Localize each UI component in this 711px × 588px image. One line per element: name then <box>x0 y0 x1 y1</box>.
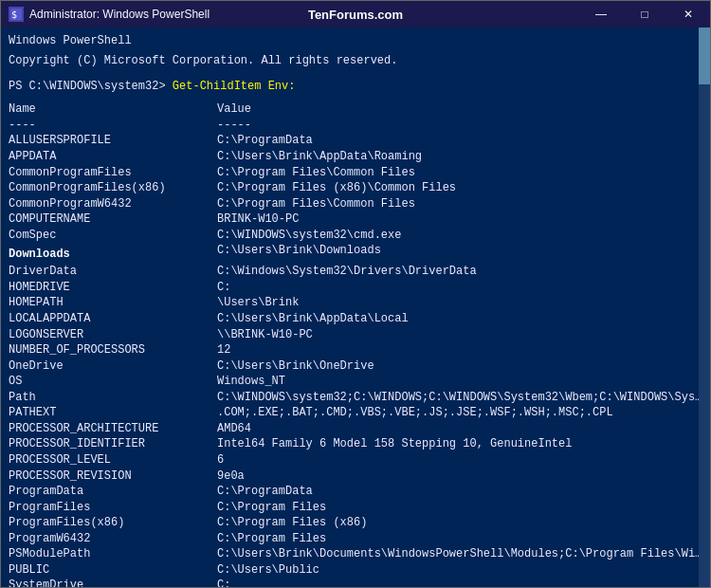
env-row-name: PROCESSOR_ARCHITECTURE <box>9 421 217 437</box>
table-row: CommonProgramFiles(x86)C:\Program Files … <box>9 180 702 196</box>
env-row-name: CommonProgramFiles <box>9 165 217 181</box>
terminal-content: Windows PowerShell Copyright (C) Microso… <box>1 28 710 587</box>
env-row-name: NUMBER_OF_PROCESSORS <box>9 342 217 358</box>
table-row: HOMEPATH\Users\Brink <box>9 295 702 311</box>
env-row-value: .COM;.EXE;.BAT;.CMD;.VBS;.VBE;.JS;.JSE;.… <box>217 405 702 421</box>
table-row: ALLUSERSPROFILEC:\ProgramData <box>9 133 702 149</box>
env-row-name: HOMEPATH <box>9 295 217 311</box>
env-row-value: Windows_NT <box>217 374 702 390</box>
env-row-value: C:\Program Files (x86) <box>217 515 702 531</box>
env-row-name: ProgramFiles(x86) <box>9 515 217 531</box>
table-row: PATHEXT.COM;.EXE;.BAT;.CMD;.VBS;.VBE;.JS… <box>9 405 702 421</box>
table-row: PROCESSOR_ARCHITECTUREAMD64 <box>9 421 702 437</box>
table-row: ProgramW6432C:\Program Files <box>9 531 702 547</box>
env-row-name: PSModulePath <box>9 546 217 562</box>
table-row: NUMBER_OF_PROCESSORS12 <box>9 342 702 358</box>
col-name-header: Name <box>9 101 217 118</box>
powershell-window: $ Administrator: Windows PowerShell TenF… <box>0 0 711 588</box>
ps-command-line: PS C:\WINDOWS\system32> Get-ChildItem En… <box>9 79 702 95</box>
env-header-row: Name Value <box>9 101 702 118</box>
table-row: HOMEDRIVEC: <box>9 280 702 296</box>
env-row-name: ALLUSERSPROFILE <box>9 133 217 149</box>
env-row-value: C:\Users\Brink\Documents\WindowsPowerShe… <box>217 546 702 562</box>
scrollbar-thumb[interactable] <box>699 28 710 84</box>
col-value-header: Value <box>217 101 702 118</box>
env-rows: ALLUSERSPROFILEC:\ProgramDataAPPDATAC:\U… <box>9 133 702 587</box>
table-row: PROCESSOR_REVISION9e0a <box>9 469 702 485</box>
ps-header-line1: Windows PowerShell <box>9 33 702 49</box>
env-row-value: C:\Windows\System32\Drivers\DriverData <box>217 264 702 280</box>
table-row: PROCESSOR_IDENTIFIERIntel64 Family 6 Mod… <box>9 436 702 452</box>
svg-text:$: $ <box>11 9 17 20</box>
table-row: ProgramFiles(x86)C:\Program Files (x86) <box>9 515 702 531</box>
env-row-value: C:\Program Files (x86)\Common Files <box>217 180 702 196</box>
table-row: APPDATAC:\Users\Brink\AppData\Roaming <box>9 149 702 165</box>
env-row-name: ComSpec <box>9 228 217 244</box>
window-title: Administrator: Windows PowerShell <box>29 8 210 21</box>
env-row-name: OS <box>9 374 217 390</box>
env-row-value: C:\ProgramData <box>217 133 702 149</box>
env-row-value: Intel64 Family 6 Model 158 Stepping 10, … <box>217 436 702 452</box>
env-row-name: DriverData <box>9 264 217 280</box>
maximize-button[interactable]: □ <box>623 1 666 28</box>
env-row-name: OneDrive <box>9 358 217 375</box>
env-row-value: C:\WINDOWS\system32;C:\WINDOWS;C:\WINDOW… <box>217 390 702 406</box>
env-row-name: ProgramData <box>9 484 217 500</box>
ps-header-line2: Copyright (C) Microsoft Corporation. All… <box>9 53 702 69</box>
env-row-value: C:\Users\Brink\AppData\Roaming <box>217 149 702 165</box>
table-row: PSModulePathC:\Users\Brink\Documents\Win… <box>9 546 702 562</box>
env-row-value: C:\Program Files <box>217 531 702 547</box>
env-table: Name Value ---- ----- ALLUSERSPROFILEC:\… <box>9 101 702 587</box>
env-row-name: PROCESSOR_IDENTIFIER <box>9 436 217 452</box>
table-row: ProgramFilesC:\Program Files <box>9 500 702 516</box>
env-row-name: LOCALAPPDATA <box>9 311 217 327</box>
table-row: CommonProgramW6432C:\Program Files\Commo… <box>9 196 702 212</box>
env-row-value: 6 <box>217 452 702 469</box>
env-row-value: C:\Users\Brink\AppData\Local <box>217 311 702 327</box>
env-row-value: C:\Program Files <box>217 500 702 516</box>
env-row-name: Downloads ◄ <box>9 243 217 264</box>
table-row: PROCESSOR_LEVEL6 <box>9 452 702 469</box>
env-row-name: PATHEXT <box>9 405 217 421</box>
env-row-value: C:\WINDOWS\system32\cmd.exe <box>217 228 702 244</box>
env-row-value: C:\Program Files\Common Files <box>217 165 702 181</box>
env-row-value: C:\Users\Brink\OneDrive <box>217 358 702 375</box>
ps-command-text: Get-ChildItem Env: <box>173 80 296 93</box>
table-row: COMPUTERNAMEBRINK-W10-PC <box>9 211 702 228</box>
table-row: LOGONSERVER\\BRINK-W10-PC <box>9 327 702 343</box>
env-row-name: COMPUTERNAME <box>9 211 217 228</box>
env-row-value: BRINK-W10-PC <box>217 211 702 228</box>
table-row: Downloads ◄C:\Users\Brink\Downloads <box>9 243 702 264</box>
table-row: OneDriveC:\Users\Brink\OneDrive <box>9 358 702 375</box>
ps-prompt1: PS C:\WINDOWS\system32> <box>9 80 173 93</box>
env-row-value: C:\Users\Public <box>217 562 702 579</box>
env-row-value: C: <box>217 578 702 587</box>
env-row-name: ProgramFiles <box>9 500 217 516</box>
env-row-value: \Users\Brink <box>217 295 702 311</box>
title-bar: $ Administrator: Windows PowerShell TenF… <box>1 1 710 28</box>
env-row-name: HOMEDRIVE <box>9 280 217 296</box>
table-row: OSWindows_NT <box>9 374 702 390</box>
sep-val: ----- <box>217 118 251 134</box>
powershell-icon: $ <box>9 7 24 22</box>
env-row-name: ProgramW6432 <box>9 531 217 547</box>
close-button[interactable]: ✕ <box>666 1 710 28</box>
env-row-value: C:\Users\Brink\Downloads <box>217 243 702 264</box>
env-row-name: Path <box>9 390 217 406</box>
scrollbar[interactable] <box>699 28 710 587</box>
table-row: LOCALAPPDATAC:\Users\Brink\AppData\Local <box>9 311 702 327</box>
env-row-value: C:\ProgramData <box>217 484 702 500</box>
env-row-name: LOGONSERVER <box>9 327 217 343</box>
env-row-value: \\BRINK-W10-PC <box>217 327 702 343</box>
minimize-button[interactable]: — <box>579 1 623 28</box>
env-row-value: AMD64 <box>217 421 702 437</box>
table-row: ComSpecC:\WINDOWS\system32\cmd.exe <box>9 228 702 244</box>
table-row: PathC:\WINDOWS\system32;C:\WINDOWS;C:\WI… <box>9 390 702 406</box>
env-row-name: PUBLIC <box>9 562 217 579</box>
table-row: ProgramDataC:\ProgramData <box>9 484 702 500</box>
env-row-value: 12 <box>217 342 702 358</box>
env-row-name: CommonProgramW6432 <box>9 196 217 212</box>
table-row: DriverDataC:\Windows\System32\Drivers\Dr… <box>9 264 702 280</box>
title-bar-left: $ Administrator: Windows PowerShell <box>9 7 210 22</box>
env-row-name: APPDATA <box>9 149 217 165</box>
